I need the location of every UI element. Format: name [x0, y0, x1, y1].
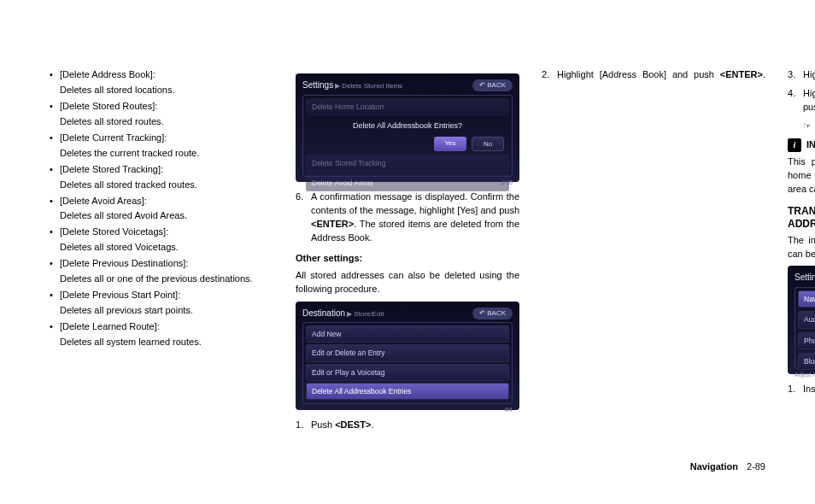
opt-label: [Delete Avoid Areas]: [60, 196, 147, 206]
dest-key: <DEST> [335, 419, 371, 430]
opt-label: [Delete Current Tracking]: [60, 132, 167, 143]
back-button-icon: ↶ BACK [472, 308, 513, 319]
opt-label: [Delete Previous Start Point]: [60, 290, 180, 300]
opt-label: [Delete Stored Tracking]: [60, 164, 163, 174]
usb-steps: Insert a USB device and push <SETTING>. [788, 383, 815, 396]
scr-help-text: Adjust navigation settings [794, 369, 815, 379]
scr-row: Delete Stored Tracking [306, 155, 509, 172]
scr-row: Phone [798, 332, 815, 349]
screenshot-destination: Destination▶ Store/Edit ↶ BACK Add New E… [296, 302, 519, 410]
step-text: A confirmation message is displayed. Con… [311, 191, 519, 215]
opt-desc: Deletes all previous start points. [60, 304, 273, 318]
info-label: INFO: [806, 138, 815, 152]
opt-label: [Delete Stored Routes]: [60, 101, 157, 111]
scr-row: Audio [798, 311, 815, 328]
opt-label: [Delete Learned Route]: [60, 321, 160, 331]
step-text: Push [311, 419, 335, 430]
procedure-step-6: A confirmation message is displayed. Con… [296, 190, 519, 245]
delete-options-list: [Delete Address Book]:Deletes all stored… [50, 68, 273, 349]
footer-section: Navigation [690, 461, 738, 472]
scr-page-indicator: 4/4 [302, 404, 513, 414]
dest-steps-continued: Highlight [Store/Edit] and push <ENTER>.… [788, 68, 815, 114]
transfer-body: The information of the stored home and a… [788, 234, 815, 261]
scr-title: Settings [302, 80, 333, 90]
scr-row: Edit or Delete an Entry [306, 344, 509, 361]
opt-label: [Delete Stored Voicetags]: [60, 226, 168, 237]
info-body: This procedure applies only for deleting… [788, 155, 815, 196]
step-text: . [763, 69, 765, 79]
opt-desc: Deletes all system learned routes. [60, 336, 273, 349]
scr-breadcrumb: ▶ Delete Stored Items [335, 82, 402, 90]
step-text: Highlight [Delete All Addressbook Entrie… [803, 88, 815, 112]
transfer-section-title: TRANSFERRING INFORMATION TO/ FROM ADDRES… [788, 205, 815, 231]
scr-row: Edit or Play a Voicetag [306, 364, 509, 381]
screenshot-confirm-delete: Settings▶ Delete Stored Items ↶ BACK Del… [296, 73, 519, 182]
scr-dialog-msg: Delete All Addressbook Entries? [306, 120, 509, 132]
yes-button: Yes [434, 137, 466, 152]
opt-desc: Deletes all stored routes. [60, 115, 273, 129]
opt-desc: Deletes the current tracked route. [60, 147, 273, 161]
scr-title: Settings [794, 273, 815, 282]
info-icon: i [788, 138, 801, 152]
hand-pointer-icon: ☞ [803, 120, 812, 133]
back-button-icon: ↶ BACK [472, 79, 513, 91]
scr-title: Destination [302, 308, 345, 318]
scr-row: Delete Home Location [306, 98, 509, 115]
opt-desc: Deletes all stored tracked routes. [60, 179, 273, 192]
scr-breadcrumb: ▶ Store/Edit [347, 310, 384, 318]
page-footer: Navigation2-89 [690, 460, 765, 474]
other-settings-heading: Other settings: [296, 252, 519, 266]
scr-row: Add New [306, 325, 509, 343]
step-text: Highlight [Store/Edit] and push [803, 69, 815, 79]
step-text: Highlight [Address Book] and push [557, 69, 720, 79]
opt-label: [Delete Address Book]: [60, 69, 155, 79]
opt-label: [Delete Previous Destinations]: [60, 258, 188, 268]
enter-key: <ENTER> [720, 69, 763, 79]
opt-desc: Deletes all stored Voicetags. [60, 241, 273, 255]
no-button: No [472, 137, 504, 152]
step-text: . [371, 419, 373, 430]
scr-row-selected: Delete All Addressbook Entries [306, 383, 509, 400]
scr-row: Bluetooth [798, 353, 815, 370]
other-settings-body: All stored addresses can also be deleted… [296, 269, 519, 296]
opt-desc: Deletes all stored locations. [60, 84, 273, 97]
screenshot-settings: Settings ↶ BACK Navigation Audio Phone B… [788, 266, 815, 374]
scr-row-selected: Navigation [798, 290, 815, 308]
footer-page-number: 2-89 [747, 461, 765, 472]
scr-row: Delete Avoid Areas [306, 174, 509, 191]
step-text: Insert a USB device and push [803, 384, 815, 394]
opt-desc: Deletes all or one of the previous desti… [60, 273, 273, 286]
enter-key: <ENTER> [311, 219, 354, 229]
opt-desc: Deletes all stored Avoid Areas. [60, 209, 273, 223]
